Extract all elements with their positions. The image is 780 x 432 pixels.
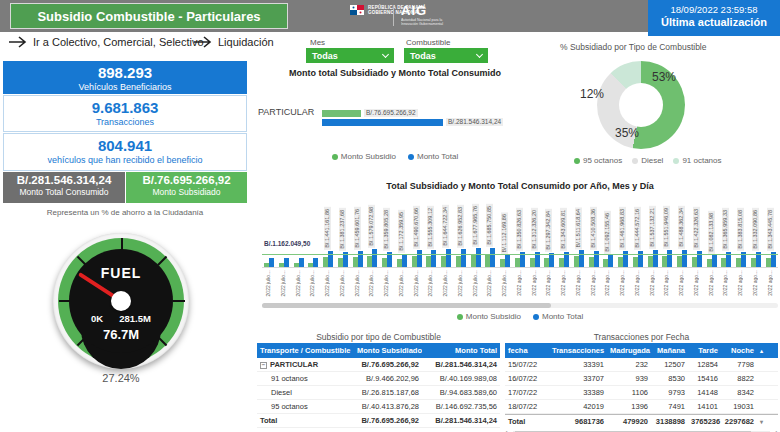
subsidio-bar[interactable]	[322, 110, 361, 117]
col-noche[interactable]: Noche	[721, 346, 757, 355]
legend-item-total: Monto Total	[408, 152, 458, 161]
daily-chart-scrollbar[interactable]	[262, 303, 778, 308]
combustible-dropdown[interactable]: Todas	[404, 48, 488, 63]
donut-label-95-octanos: 53%	[652, 70, 676, 84]
last-update-label: Última actualización	[648, 16, 780, 28]
daily-bar-pair[interactable]: B/.1.644.722,342022 julio…	[439, 194, 454, 300]
daily-bar-value-label: B/.1.332.090,86	[752, 208, 759, 251]
transactions-table-row[interactable]: 17/07/223338911069793141488342	[505, 386, 778, 400]
col-monto-subsidiado[interactable]: Monto Subsidiado▲	[354, 346, 422, 355]
transactions-table-row[interactable]: 16/07/22337079398530154168822	[505, 372, 778, 386]
col-transacciones[interactable]: Transacciones	[549, 346, 607, 355]
total-bar[interactable]	[322, 119, 443, 126]
daily-x-axis-label: 2022 ago…	[604, 270, 611, 296]
daily-bar-pair[interactable]: B/.1.461.968,832022 ago…	[616, 194, 631, 300]
daily-x-axis-label: 2022 julio…	[295, 270, 302, 296]
col-madrugada[interactable]: Madrugada	[607, 346, 651, 355]
daily-bar-pair[interactable]: 2022 julio…	[292, 194, 307, 300]
scroll-left-icon[interactable]: ‹	[505, 428, 508, 432]
daily-bar-pair[interactable]: B/.1.410.508,362022 ago…	[587, 194, 602, 300]
scrollbar-thumb[interactable]	[262, 303, 551, 308]
daily-x-axis-label: 2022 ago…	[693, 270, 700, 296]
daily-bar-pair[interactable]: B/.1.092.155,462022 ago…	[601, 194, 616, 300]
scroll-right-icon[interactable]: ›	[775, 428, 778, 432]
daily-bar-pair[interactable]: B/.1.343.445,782022 ago…	[764, 194, 779, 300]
daily-bar-value-label: B/.1.312.326,20	[531, 208, 538, 251]
daily-bar-pair[interactable]: B/.1.112.169,862022 julio…	[498, 194, 513, 300]
daily-bar-pair[interactable]: B/.1.685.750,852022 julio…	[483, 194, 498, 300]
transactions-table-row[interactable]: 15/07/223339123212507128547798	[505, 358, 778, 372]
daily-bar-value-label: B/.1.511.618,64	[575, 207, 582, 249]
kpi-beneficio-value: 804.941	[4, 134, 246, 154]
col-fecha[interactable]: fecha	[505, 346, 549, 355]
col-monto-total[interactable]: Monto Total	[422, 346, 500, 355]
daily-bar-value-label: B/.1.082.133,98	[708, 211, 715, 254]
daily-bar-pair[interactable]: B/.1.490.670,662022 julio…	[410, 194, 425, 300]
daily-bar-pair[interactable]: B/.1.537.132,212022 ago…	[646, 194, 661, 300]
daily-bar-value-label: B/.1.383.815,08	[737, 208, 744, 251]
fuel-table: Transporte / Combustible Monto Subsidiad…	[257, 343, 500, 428]
daily-bar-pair[interactable]: B/.1.343.609,812022 ago…	[557, 194, 572, 300]
daily-bar-pair[interactable]: B/.1.383.815,082022 ago…	[734, 194, 749, 300]
daily-bar-pair[interactable]: B/.1.441.161,862022 julio…	[321, 194, 336, 300]
daily-bar-pair[interactable]: B/.1.488.362,342022 ago…	[675, 194, 690, 300]
daily-bar-pair[interactable]: 2022 julio…	[277, 194, 292, 300]
transactions-total-row[interactable]: Total9681736479920313889837652362297682▾	[505, 414, 778, 428]
col-transporte[interactable]: Transporte / Combustible	[257, 346, 354, 355]
daily-bar-pair[interactable]: B/.1.626.952,832022 julio…	[454, 194, 469, 300]
col-tarde[interactable]: Tarde	[688, 346, 721, 355]
fuel-table-row[interactable]: 95 octanos B/.40.413.876,28B/.146.692.73…	[257, 400, 500, 414]
mes-dropdown[interactable]: Todas	[306, 48, 394, 63]
daily-bar-pair[interactable]: B/.1.511.618,642022 ago…	[572, 194, 587, 300]
fuel-table-row[interactable]: 91 octanos B/.9.466.202,96B/.40.169.989,…	[257, 372, 500, 386]
scroll-down-icon[interactable]: ▾	[757, 418, 765, 425]
daily-bar-value-label: B/.1.365.959,33	[722, 208, 729, 251]
daily-bar-pair[interactable]: 2022 julio…	[306, 194, 321, 300]
gauge-value: 76.7M	[53, 327, 189, 342]
fuel-table-header[interactable]: Transporte / Combustible Monto Subsidiad…	[257, 343, 500, 358]
daily-bar-pair[interactable]: B/.1.551.946,092022 ago…	[660, 194, 675, 300]
daily-x-axis-label: 2022 julio…	[398, 270, 405, 296]
arrow-right-icon	[8, 36, 28, 48]
nav-link-liquidacion[interactable]: Liquidación	[193, 36, 274, 48]
scroll-up-icon[interactable]: ▴	[757, 347, 765, 354]
daily-bar-pair[interactable]: B/.1.312.326,202022 ago…	[528, 194, 543, 300]
daily-bar-pair[interactable]: B/.1.172.359,952022 julio…	[395, 194, 410, 300]
donut-label-diesel: 35%	[615, 126, 639, 140]
page-title-text: Subsidio Combustible - Particulares	[37, 9, 260, 24]
daily-bar-pair[interactable]: B/.1.365.959,332022 ago…	[719, 194, 734, 300]
donut-legend: 95 octanos Diesel 91 octanos	[560, 156, 780, 165]
daily-bar-pair[interactable]: B/.1.381.237,682022 julio…	[336, 194, 351, 300]
kpi-card-vehiculos: 898.293 Vehículos Beneficiarios	[3, 61, 247, 94]
gauge-percent: 27.24%	[53, 372, 189, 384]
daily-bar-value-label: B/.1.422.326,63	[693, 207, 700, 250]
col-manana[interactable]: Mañana	[651, 346, 688, 355]
fuel-table-row[interactable]: Total B/.76.695.266,92B/.281.546.314,24	[257, 414, 500, 428]
daily-bar-pair[interactable]: B/.1.459.601,762022 julio…	[351, 194, 366, 300]
fuel-table-row[interactable]: −PARTICULAR B/.76.695.266,92B/.281.546.3…	[257, 358, 500, 372]
daily-bar-pair[interactable]: B/.1.677.965,762022 julio…	[469, 194, 484, 300]
daily-x-axis-label: 2022 ago…	[575, 270, 582, 296]
fuel-table-row[interactable]: Diesel B/.26.815.187,68B/.94.683.589,60	[257, 386, 500, 400]
combustible-filter-label: Combustible	[406, 38, 450, 47]
daily-bar-value-label: B/.1.461.968,83	[619, 207, 626, 250]
daily-bar-pair[interactable]: 2022 julio…	[262, 194, 277, 300]
last-update-badge: 18/09/2022 23:59:58 Última actualización	[648, 0, 780, 36]
transactions-table-row[interactable]: 18/07/2242019139674911410119031	[505, 400, 778, 414]
daily-bar-pair[interactable]: B/.1.579.072,982022 julio…	[365, 194, 380, 300]
daily-x-axis-label: 2022 ago…	[752, 270, 759, 296]
daily-bar-pair[interactable]: B/.1.555.309,122022 julio…	[424, 194, 439, 300]
daily-chart-legend: Monto Subsidio Monto Total	[262, 312, 778, 321]
daily-x-axis-label: 2022 julio…	[324, 270, 331, 296]
collapse-icon[interactable]: −	[260, 362, 267, 369]
daily-bar-pair[interactable]: B/.1.422.326,632022 ago…	[690, 194, 705, 300]
daily-bar-pair[interactable]: B/.1.359.805,282022 julio…	[380, 194, 395, 300]
transactions-table-header[interactable]: fecha Transacciones Madrugada Mañana Tar…	[505, 343, 778, 358]
daily-bar-pair[interactable]: B/.1.350.826,632022 ago…	[513, 194, 528, 300]
daily-bar-pair[interactable]: B/.1.297.342,842022 ago…	[542, 194, 557, 300]
nav-link-colectivo[interactable]: Ir a Colectivo, Comercial, Selectivo	[8, 36, 204, 48]
chevron-down-icon	[382, 50, 389, 57]
daily-bar-pair[interactable]: B/.1.082.133,982022 ago…	[705, 194, 720, 300]
daily-bar-pair[interactable]: B/.1.332.090,862022 ago…	[749, 194, 764, 300]
daily-bar-pair[interactable]: B/.1.444.572,162022 ago…	[631, 194, 646, 300]
